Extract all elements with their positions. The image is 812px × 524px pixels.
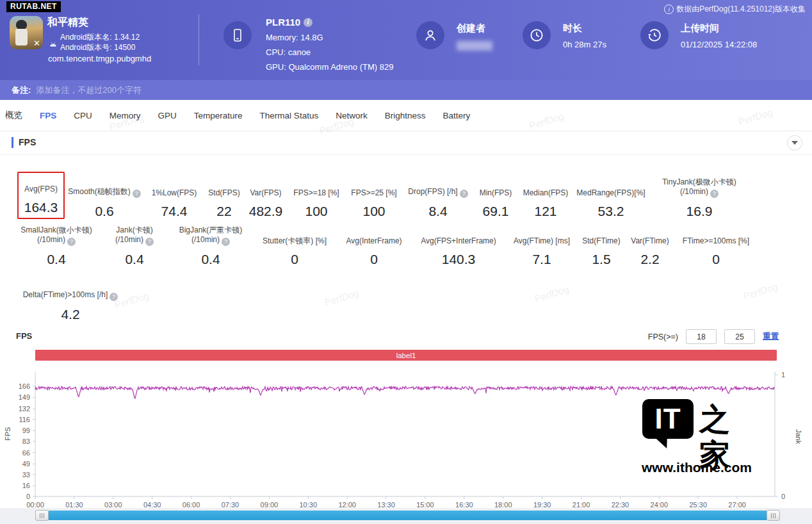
- info-icon: i: [664, 4, 674, 14]
- metric-avg-fps: Avg(FPS)164.3: [17, 172, 65, 219]
- ithome-it-bubble: IT: [642, 399, 694, 439]
- metric-value: 100: [351, 204, 396, 219]
- scrollbar-range-bar[interactable]: [49, 511, 767, 520]
- metric-value: 100: [293, 204, 339, 219]
- android-icon: [49, 36, 58, 53]
- metric-label: Avg(FPS): [24, 175, 58, 194]
- chart-region-label-band[interactable]: label1: [35, 350, 777, 361]
- metric-1-low-fps: 1%Low(FPS)74.4: [143, 179, 205, 219]
- metric-label: Smooth(稳帧指数)?: [68, 179, 140, 198]
- creator-name-blurred: [457, 41, 492, 51]
- metric-delta-ftime-100ms-h: Delta(FTime)>100ms [/h]?4.2: [13, 282, 128, 322]
- svg-text:99: 99: [22, 427, 30, 434]
- app-package: com.tencent.tmgp.pubgmhd: [48, 54, 151, 63]
- metric-std-ftime: Std(FTime)1.5: [578, 227, 625, 267]
- metric-bigjank-10min: BigJank(严重卡顿)(/10min)?0.4: [169, 225, 252, 267]
- region-label: label1: [396, 352, 416, 359]
- reset-link[interactable]: 重置: [763, 331, 779, 342]
- metric-value: 0: [346, 252, 402, 267]
- tab-thermal-status[interactable]: Thermal Status: [260, 111, 319, 120]
- info-icon[interactable]: ?: [67, 238, 76, 246]
- metric-label: Avg(FPS+InterFrame): [421, 227, 496, 246]
- metric-label: Var(FPS): [249, 179, 283, 198]
- metric-medrange-fps: MedRange(FPS)[%]53.2: [572, 179, 649, 219]
- metric-value: 2.2: [631, 252, 669, 267]
- device-cpu: CPU: canoe: [266, 47, 311, 57]
- tab-brightness[interactable]: Brightness: [385, 111, 426, 120]
- tab-gpu[interactable]: GPU: [158, 111, 177, 120]
- metric-value: 22: [208, 204, 240, 219]
- section-title: FPS: [19, 137, 36, 147]
- metric-var-ftime: Var(FTime)2.2: [625, 227, 675, 267]
- info-icon[interactable]: ?: [110, 293, 118, 301]
- upload-label: 上传时间: [681, 22, 719, 35]
- tab-[interactable]: 概览: [5, 110, 22, 121]
- info-icon[interactable]: ?: [133, 190, 141, 198]
- svg-text:166: 166: [19, 382, 30, 390]
- info-icon[interactable]: ?: [710, 190, 719, 198]
- section-accent-bar: [12, 137, 13, 148]
- metric-label: Min(FPS): [480, 179, 512, 198]
- metric-median-fps: Median(FPS)121: [519, 179, 572, 219]
- metric-value: 53.2: [576, 204, 645, 219]
- metric-value: 16.9: [662, 204, 736, 219]
- upload-value: 01/12/2025 14:22:08: [681, 40, 757, 49]
- metrics-row-3: Delta(FTime)>100ms [/h]?4.2: [0, 282, 128, 322]
- metrics-row-1: Avg(FPS)164.3Smooth(稳帧指数)?0.61%Low(FPS)7…: [0, 172, 749, 219]
- metric-label: TinyJank(极微小卡顿)(/10min)?: [662, 177, 736, 198]
- metric-label: Delta(FTime)>100ms [/h]?: [23, 282, 118, 301]
- android-version-code: Android版本号: 14500: [60, 42, 140, 53]
- ithome-url: www.ithome.com: [640, 460, 753, 475]
- upload-icon-circle: [640, 21, 669, 49]
- metric-value: 121: [523, 204, 569, 219]
- metric-drop-fps-h: Drop(FPS) [/h]?8.4: [403, 179, 473, 219]
- person-icon: [422, 27, 439, 44]
- metric-avg-interframe: Avg(InterFrame)0: [337, 227, 411, 267]
- device-info-icon[interactable]: i: [304, 18, 313, 27]
- fps-filter-label: FPS(>=): [648, 332, 678, 341]
- fps-threshold-input-1[interactable]: [686, 329, 717, 344]
- info-icon[interactable]: ?: [460, 190, 468, 198]
- metric-value: 140.3: [421, 252, 496, 267]
- metric-fps-25: FPS>=25 [%]100: [345, 179, 403, 219]
- fps-threshold-filter: FPS(>=) 重置: [648, 329, 779, 344]
- metric-smooth: Smooth(稳帧指数)?0.6: [65, 179, 143, 219]
- metric-value: 164.3: [24, 200, 58, 215]
- duration-value: 0h 28m 27s: [563, 40, 606, 49]
- note-bar[interactable]: 备注: 添加备注，不超过200个字符: [0, 80, 812, 100]
- metric-label: Jank(卡顿)(/10min)?: [115, 225, 154, 246]
- tab-memory[interactable]: Memory: [110, 111, 141, 120]
- metric-fps-18: FPS>=18 [%]100: [288, 179, 345, 219]
- metric-label: Avg(FTime) [ms]: [514, 227, 570, 246]
- metric-label: FPS>=25 [%]: [351, 179, 396, 198]
- metric-value: 0.6: [68, 204, 140, 219]
- note-placeholder: 添加备注，不超过200个字符: [36, 85, 142, 96]
- scrollbar-left-handle[interactable]: [35, 510, 49, 521]
- scrollbar-right-handle[interactable]: [767, 510, 780, 521]
- ithome-watermark-logo: IT 之家 www.ithome.com: [640, 396, 753, 486]
- tab-cpu[interactable]: CPU: [74, 111, 92, 120]
- device-gpu: GPU: Qualcomm Adreno (TM) 829: [266, 62, 393, 72]
- metric-avg-fps-interframe: Avg(FPS+InterFrame)140.3: [411, 227, 506, 267]
- collapse-section-button[interactable]: [787, 135, 802, 151]
- metric-stutter: Stutter(卡顿率) [%]0: [252, 227, 337, 267]
- metric-label: Drop(FPS) [/h]?: [408, 179, 467, 198]
- metric-label: Std(FPS): [208, 179, 240, 198]
- fps-threshold-input-2[interactable]: [724, 329, 755, 344]
- info-icon[interactable]: ?: [145, 238, 154, 246]
- metric-value: 0.4: [179, 252, 243, 267]
- tab-fps[interactable]: FPS: [40, 111, 56, 120]
- fps-section-header: FPS: [0, 131, 812, 155]
- info-icon[interactable]: ?: [222, 238, 230, 246]
- metric-label: Var(FTime): [631, 227, 669, 246]
- tab-battery[interactable]: Battery: [443, 111, 470, 120]
- android-version-name: Android版本名: 1.34.12: [60, 32, 140, 42]
- app-icon: ✕: [10, 16, 43, 49]
- metric-label: SmallJank(微小卡顿)(/10min)?: [20, 225, 92, 246]
- tab-temperature[interactable]: Temperature: [194, 111, 243, 120]
- chart-title: FPS: [16, 331, 32, 341]
- rutab-watermark-badge: RUTAB.NET: [6, 1, 61, 12]
- svg-text:132: 132: [19, 405, 30, 413]
- tab-network[interactable]: Network: [336, 111, 368, 120]
- metric-value: 1.5: [582, 252, 621, 267]
